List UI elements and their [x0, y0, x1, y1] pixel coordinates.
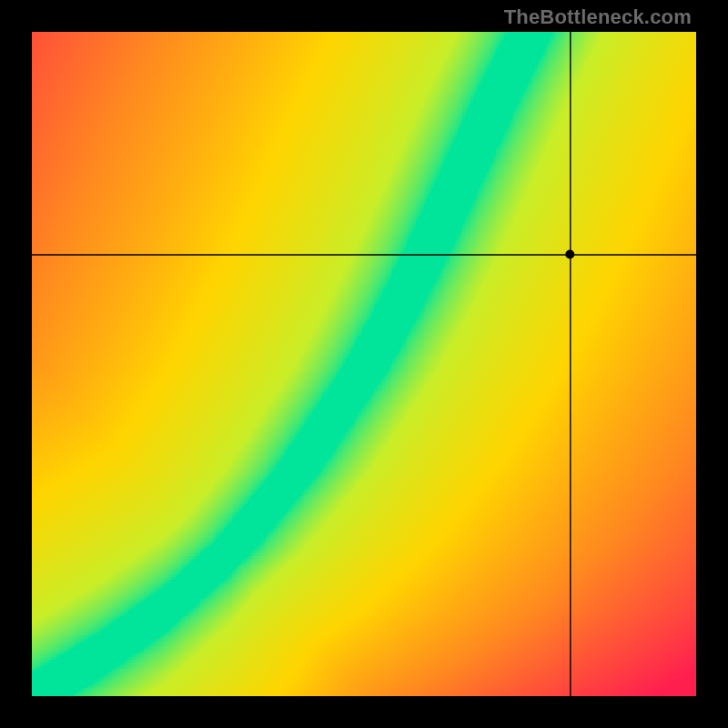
heatmap-plot — [32, 32, 696, 696]
heatmap-canvas — [32, 32, 696, 696]
watermark-text: TheBottleneck.com — [504, 5, 692, 29]
chart-frame: TheBottleneck.com — [0, 0, 728, 728]
